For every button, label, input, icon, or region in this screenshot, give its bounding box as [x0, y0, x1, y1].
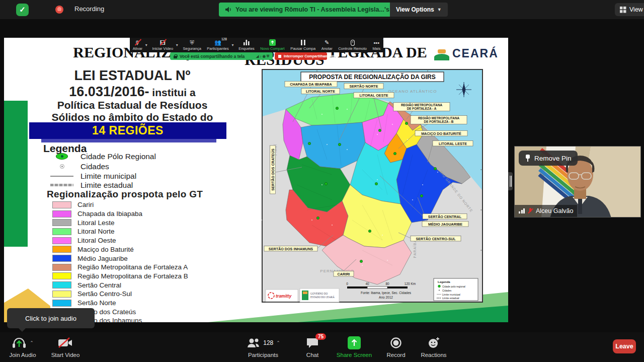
- legend-symbol-row: Cidade Pólo Regional: [49, 152, 156, 161]
- meeting-security-shield-icon[interactable]: ✓: [16, 4, 29, 16]
- region-label: Sertão Norte: [77, 299, 116, 307]
- reactions-button[interactable]: Reactions: [411, 335, 456, 358]
- legend-symbol-label: Cidade Pólo Regional: [80, 152, 156, 161]
- scale-tick: 40: [365, 282, 369, 285]
- chat-unread-badge: 75: [315, 333, 326, 340]
- new-share-button[interactable]: Novo Compart: [258, 38, 288, 52]
- regions-banner-text: 14 REGIÕES: [92, 124, 164, 137]
- video-off-icon: 🎞: [160, 39, 166, 46]
- audio-options-chevron[interactable]: ▾: [145, 38, 149, 52]
- region-label: Região Metropolitana de Fortaleza A: [77, 263, 188, 271]
- legend-region-row: Médio Jaguaribe: [52, 254, 128, 263]
- scale-tick: 120 Km: [405, 282, 416, 285]
- pause-icon: [301, 39, 305, 46]
- chat-icon: 75: [306, 335, 319, 350]
- label-sertao-central: SERTÃO CENTRAL: [428, 214, 462, 219]
- participants-count-badge: 128: [221, 37, 227, 41]
- region-label: Cariri: [77, 201, 94, 208]
- more-icon: •••4: [374, 39, 380, 46]
- governo-ceara-logo: GOVERNO DO ESTADO DO CEARÁ: [300, 288, 339, 302]
- region-label: Sertão Central: [77, 281, 121, 289]
- recording-label: Recording: [74, 5, 104, 13]
- more-badge: 4: [383, 37, 385, 41]
- pinned-video-tile[interactable]: Remove Pin Alceu Galvão: [514, 146, 641, 218]
- leave-button[interactable]: Leave: [613, 339, 636, 353]
- governo-logo-line1: GOVERNO DO: [310, 292, 328, 295]
- ceara-emblem-icon: [434, 49, 449, 60]
- recording-indicator-icon[interactable]: [55, 6, 63, 14]
- muted-mic-icon: [528, 207, 533, 214]
- municipal-limit-symbol: [50, 176, 73, 177]
- record-label: Record: [386, 352, 405, 358]
- slide-green-side-bar: [4, 101, 28, 247]
- participants-options-chevron[interactable]: ▾: [231, 38, 235, 52]
- chat-button[interactable]: 75 Chat: [290, 335, 335, 358]
- label-rmf-a-2: DE FORTALEZA - A: [407, 107, 437, 110]
- mini-legend-item2: Cidades: [442, 289, 452, 292]
- label-baturite: MACIÇO DO BATURITÉ: [421, 131, 461, 136]
- share-screen-icon: [348, 335, 361, 350]
- remote-control-button[interactable]: Controle Remoto: [335, 38, 369, 52]
- mini-legend-item1: Cidade polo regional: [442, 285, 465, 288]
- remote-control-label: Controle Remoto: [338, 46, 367, 51]
- label-litoral-oeste: LITORAL OESTE: [359, 93, 388, 98]
- more-label: Mais: [372, 46, 380, 51]
- view-button-label: View: [629, 6, 643, 13]
- record-icon: [390, 335, 402, 350]
- state-limit-symbol: [50, 184, 73, 186]
- top-bar: ✓ Recording You are viewing Rômulo TI - …: [0, 0, 644, 19]
- security-button[interactable]: ⛨ Segurança: [180, 38, 204, 52]
- join-audio-button[interactable]: ⌃ Join Audio: [0, 335, 45, 358]
- sharing-mini-icons: ◢ ♪ ◉ ⛨: [256, 54, 269, 58]
- scale-tick: 80: [385, 282, 389, 285]
- participants-button[interactable]: 128 ⌃ Participants: [240, 335, 286, 358]
- remove-pin-button[interactable]: Remove Pin: [519, 151, 578, 166]
- video-options-chevron[interactable]: ▾: [176, 38, 180, 52]
- start-video-button[interactable]: Start Video: [43, 335, 88, 358]
- join-audio-tooltip: Click to join audio: [7, 308, 95, 328]
- view-button[interactable]: View: [615, 3, 644, 16]
- participants-icon: 128 ⌃: [246, 335, 280, 350]
- panel-collapse-handle[interactable]: [508, 172, 513, 190]
- polls-label: Enquetes: [238, 46, 255, 51]
- meeting-control-bar: ⌃ Join Audio Start Video: [0, 332, 644, 362]
- legend-symbol-label: Cidades: [80, 162, 109, 171]
- join-audio-chevron[interactable]: ⌃: [30, 340, 34, 345]
- share-screen-button[interactable]: Share Screen: [332, 335, 377, 358]
- governo-logo-line2: ESTADO DO CEARÁ: [310, 295, 335, 299]
- stop-share-label: Interromper Compartilhamento: [284, 54, 336, 58]
- pause-share-button[interactable]: Pausar Compa: [287, 38, 318, 52]
- share-toolbar: 🎙 Ativar ▾ 🎞 Iniciar Vídeo ▾ ⛨ Segurança…: [130, 38, 383, 52]
- region-label: Litoral Norte: [77, 228, 115, 235]
- law-line3: Política Estadual de Resíduos: [32, 99, 233, 111]
- region-label: Região Metropolitana de Fortaleza B: [77, 272, 188, 280]
- region-label: Maciço do Baturité: [77, 246, 134, 253]
- view-options-button[interactable]: View Options ▼: [390, 3, 448, 17]
- region-label: Sertão Centro-Sul: [77, 290, 132, 298]
- map-source-line2: Ano 2012: [379, 296, 393, 299]
- gt-heading: Regionalização prospota pelo GT: [47, 189, 203, 200]
- start-video-toolbar-button[interactable]: 🎞 Iniciar Vídeo: [149, 38, 176, 52]
- stop-icon: [278, 55, 281, 58]
- legend-region-row: Região Metropolitana de Fortaleza A: [52, 263, 188, 272]
- label-litoral-leste: LITORAL LESTE: [439, 141, 467, 146]
- legend-region-row: Maciço do Baturité: [52, 245, 134, 254]
- label-medio-jaguaribe: MÉDIO JAGUARIBE: [428, 222, 462, 227]
- participant-name-bar: Alceu Galvão: [515, 205, 577, 217]
- polls-button[interactable]: Enquetes: [235, 38, 257, 52]
- participant-name: Alceu Galvão: [536, 207, 573, 214]
- participants-chevron[interactable]: ⌃: [276, 340, 280, 345]
- participants-label: Participantes: [207, 46, 228, 51]
- chevron-down-icon: ▼: [437, 7, 442, 12]
- speaker-icon: [225, 6, 232, 13]
- legend-region-row: Litoral Oeste: [52, 236, 116, 245]
- unmute-button[interactable]: 🎙 Ativar: [130, 38, 145, 52]
- chat-label: Chat: [306, 352, 318, 358]
- mini-legend-item3: Limite municipal: [442, 293, 460, 296]
- annotate-button[interactable]: ✎ Anotar: [318, 38, 336, 52]
- more-button[interactable]: •••4 Mais: [370, 38, 383, 52]
- participants-toolbar-button[interactable]: 👥128 Participantes: [204, 38, 232, 52]
- stop-share-button[interactable]: Interromper Compartilhamento: [275, 52, 327, 60]
- ceara-state-logo: CEARÁ: [434, 47, 499, 60]
- regions-banner: 14 REGIÕES: [29, 122, 226, 139]
